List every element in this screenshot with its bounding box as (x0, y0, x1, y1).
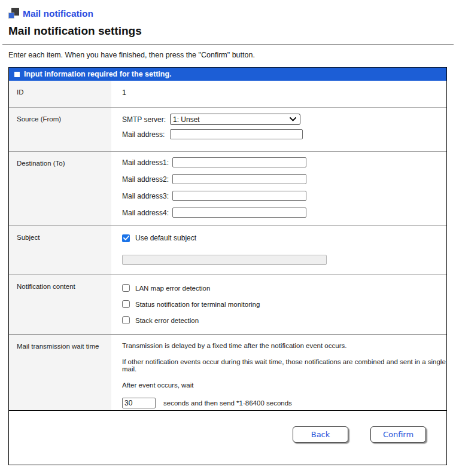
table-row-id: ID 1 (9, 81, 446, 107)
source-mail-address-input[interactable] (170, 129, 303, 139)
destination-label: Destination (To) (9, 152, 111, 225)
table-row-wait-time: Mail transmission wait time Transmission… (9, 334, 446, 410)
table-row-source: Source (From) SMTP server: 1: Unset Mail… (9, 107, 446, 151)
breadcrumb: Mail notification (8, 8, 456, 19)
stack-error-option[interactable]: Stack error detection (122, 316, 446, 324)
wait-seconds-suffix: seconds and then send *1-86400 seconds (163, 399, 292, 407)
mail-address3-input[interactable] (172, 191, 306, 201)
square-bullet-icon (14, 72, 20, 77)
mail-address2-label: Mail address2: (122, 175, 172, 184)
section-header-label: Input information required for the setti… (24, 70, 172, 78)
use-default-subject-checkbox[interactable] (122, 234, 130, 242)
divider (2, 44, 454, 45)
use-default-subject-label: Use default subject (135, 234, 196, 242)
lan-map-error-label: LAN map error detection (135, 285, 210, 292)
settings-table: Input information required for the setti… (8, 67, 447, 465)
smtp-server-select[interactable]: 1: Unset (170, 114, 300, 125)
status-notification-option[interactable]: Status notification for terminal monitor… (122, 300, 446, 308)
page-heading: Mail notification settings (8, 25, 456, 38)
id-label: ID (9, 81, 111, 107)
smtp-server-label: SMTP server: (122, 115, 170, 124)
table-row-destination: Destination (To) Mail address1: Mail add… (9, 151, 446, 225)
lan-map-error-option[interactable]: LAN map error detection (122, 284, 446, 292)
stack-error-checkbox[interactable] (122, 316, 130, 324)
source-label: Source (From) (9, 108, 111, 151)
checkmark-icon (123, 236, 129, 240)
chevron-down-icon (290, 117, 296, 121)
button-row: Back Confirm (9, 410, 446, 465)
instruction-text: Enter each item. When you have finished,… (8, 51, 448, 59)
lan-map-error-checkbox[interactable] (122, 284, 130, 292)
mail-address4-input[interactable] (172, 208, 306, 218)
wait-time-description-1: Transmission is delayed by a fixed time … (122, 342, 446, 349)
wait-time-label: Mail transmission wait time (9, 335, 111, 410)
use-default-subject-option[interactable]: Use default subject (122, 234, 446, 242)
mail-address1-input[interactable] (172, 157, 306, 167)
page-title: Mail notification (23, 8, 93, 19)
back-button[interactable]: Back (293, 426, 348, 443)
custom-subject-input (122, 255, 327, 265)
window-squares-icon (8, 8, 20, 19)
table-row-subject: Subject Use default subject (9, 225, 446, 274)
confirm-button[interactable]: Confirm (370, 426, 426, 443)
mail-address3-label: Mail address3: (122, 192, 172, 200)
stack-error-label: Stack error detection (135, 317, 199, 324)
table-row-notification-content: Notification content LAN map error detec… (9, 274, 446, 334)
mail-notification-page: Mail notification Mail notification sett… (0, 0, 456, 465)
wait-time-description-3: After event occurs, wait (122, 382, 446, 389)
source-mail-address-label: Mail address: (122, 130, 170, 139)
status-notification-checkbox[interactable] (122, 300, 130, 308)
id-value: 1 (111, 81, 446, 107)
mail-address1-label: Mail address1: (122, 158, 172, 167)
wait-time-description-2: If other notification events occur durin… (122, 358, 446, 373)
notification-content-label: Notification content (9, 275, 111, 334)
subject-label: Subject (9, 226, 111, 274)
section-header: Input information required for the setti… (9, 68, 446, 81)
smtp-server-selected-value: 1: Unset (173, 115, 200, 124)
status-notification-label: Status notification for terminal monitor… (135, 301, 260, 308)
mail-address2-input[interactable] (172, 174, 306, 184)
mail-address4-label: Mail address4: (122, 209, 172, 217)
wait-seconds-input[interactable] (122, 398, 156, 408)
